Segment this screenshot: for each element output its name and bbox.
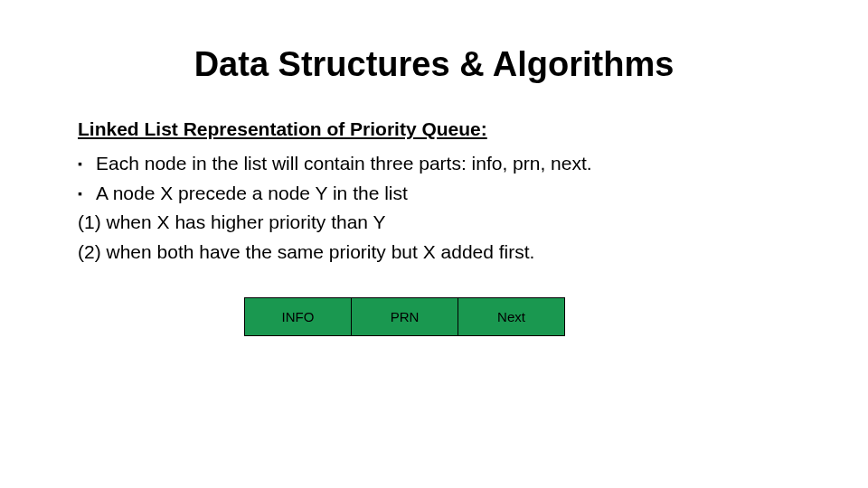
node-row: INFO PRN Next — [245, 298, 565, 336]
node-cell-next: Next — [458, 298, 565, 336]
page-title: Data Structures & Algorithms — [72, 45, 796, 84]
node-cell-prn: PRN — [352, 298, 458, 336]
numbered-line: (1) when X has higher priority than Y — [78, 208, 796, 238]
body-text: Linked List Representation of Priority Q… — [72, 118, 796, 267]
node-diagram: INFO PRN Next — [244, 297, 565, 336]
node-cell-info: INFO — [245, 298, 352, 336]
slide: Data Structures & Algorithms Linked List… — [0, 0, 868, 488]
bullet-line: A node X precede a node Y in the list — [78, 179, 796, 209]
numbered-line: (2) when both have the same priority but… — [78, 238, 796, 267]
section-subtitle: Linked List Representation of Priority Q… — [78, 118, 796, 140]
bullet-line: Each node in the list will contain three… — [78, 149, 796, 179]
